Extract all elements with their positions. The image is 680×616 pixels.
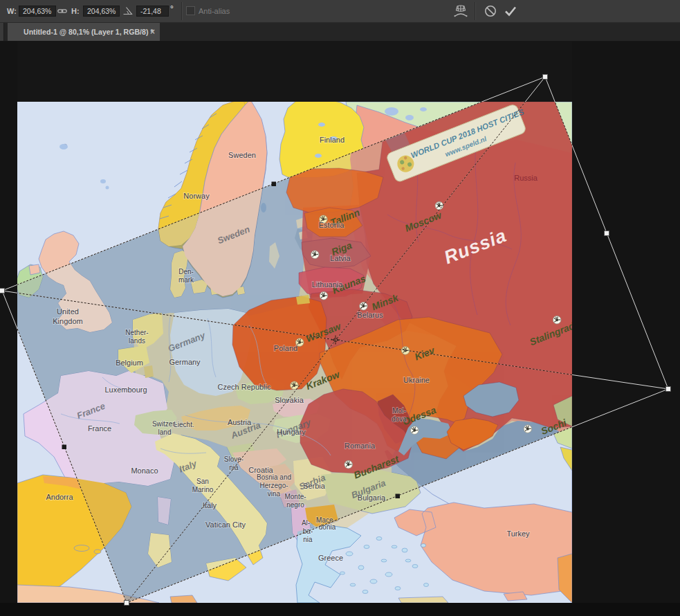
svg-text:Ukraine: Ukraine xyxy=(403,376,430,384)
svg-text:lands: lands xyxy=(129,337,145,345)
svg-text:Liecht.: Liecht. xyxy=(174,421,194,428)
svg-text:Greece: Greece xyxy=(318,554,343,562)
svg-text:Monte-: Monte- xyxy=(284,493,306,500)
svg-text:dova: dova xyxy=(392,415,407,423)
svg-text:Serbia: Serbia xyxy=(303,482,326,490)
svg-text:Vatican City: Vatican City xyxy=(205,520,246,529)
svg-text:Bosnia and: Bosnia and xyxy=(257,473,291,481)
svg-text:Andorra: Andorra xyxy=(46,493,73,501)
svg-text:Austria: Austria xyxy=(228,418,252,426)
svg-text:Herzego-: Herzego- xyxy=(259,482,288,489)
svg-text:vina: vina xyxy=(268,490,281,498)
svg-text:Russia: Russia xyxy=(514,174,538,182)
svg-text:Lithuania: Lithuania xyxy=(312,280,344,289)
svg-text:Turkey: Turkey xyxy=(506,529,530,538)
svg-text:Norway: Norway xyxy=(183,192,210,200)
svg-text:Finland: Finland xyxy=(320,136,344,144)
svg-text:Kingdom: Kingdom xyxy=(53,317,82,325)
svg-text:Belarus: Belarus xyxy=(357,311,383,319)
svg-text:Estonia: Estonia xyxy=(319,221,345,229)
svg-text:Germany: Germany xyxy=(169,358,201,366)
svg-text:donia: donia xyxy=(319,523,336,531)
svg-text:San: San xyxy=(196,478,209,485)
svg-text:Bulgaria: Bulgaria xyxy=(358,493,386,502)
svg-text:mark: mark xyxy=(178,276,194,284)
svg-text:Luxembourg: Luxembourg xyxy=(104,386,147,394)
svg-text:France: France xyxy=(88,424,111,433)
svg-text:Mol-: Mol- xyxy=(392,407,405,415)
svg-text:Nether-: Nether- xyxy=(125,329,148,336)
svg-text:Al-: Al- xyxy=(302,519,310,527)
svg-text:negro: negro xyxy=(286,501,304,509)
svg-text:Belgium: Belgium xyxy=(116,359,143,367)
svg-text:Hungary: Hungary xyxy=(277,428,306,436)
svg-text:Latvia: Latvia xyxy=(330,254,351,262)
svg-text:United: United xyxy=(57,307,79,316)
svg-text:Poland: Poland xyxy=(274,344,297,352)
svg-text:Marino: Marino xyxy=(192,486,214,493)
svg-text:Slovakia: Slovakia xyxy=(275,396,304,404)
svg-text:Italy: Italy xyxy=(203,501,217,509)
svg-text:nia: nia xyxy=(303,536,313,543)
svg-text:Romania: Romania xyxy=(344,442,376,450)
svg-text:Sweden: Sweden xyxy=(228,151,256,159)
svg-text:land: land xyxy=(158,428,172,436)
svg-text:Den-: Den- xyxy=(178,268,194,275)
svg-text:Czech Republic: Czech Republic xyxy=(217,383,271,391)
svg-text:Monaco: Monaco xyxy=(131,466,158,475)
